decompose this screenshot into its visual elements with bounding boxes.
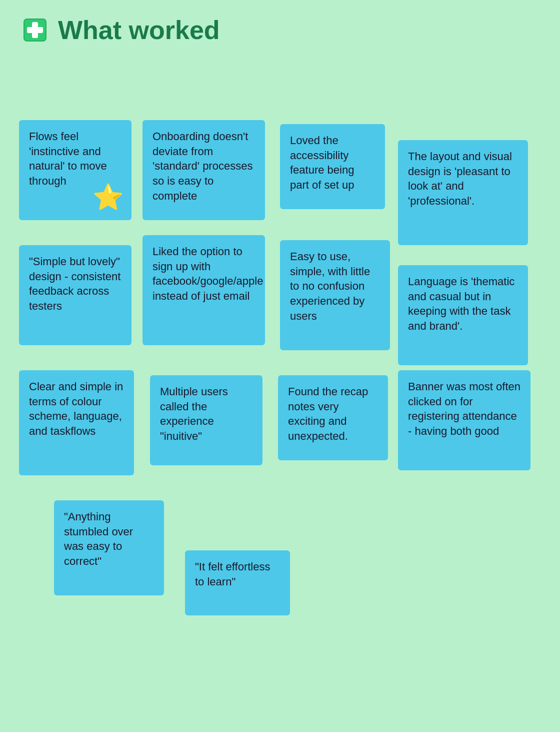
card-language: Language is 'thematic and casual but in … (398, 265, 528, 365)
plus-icon (20, 15, 50, 45)
card-layout-text: The layout and visual design is 'pleasan… (408, 150, 512, 207)
card-stumbled: "Anything stumbled over was easy to corr… (54, 500, 164, 595)
card-layout: The layout and visual design is 'pleasan… (398, 140, 528, 245)
card-simple-design: "Simple but lovely" design - consistent … (19, 245, 132, 345)
card-recap: Found the recap notes very exciting and … (278, 375, 388, 460)
card-onboarding: Onboarding doesn't deviate from 'standar… (142, 120, 265, 220)
card-flows-text: Flows feel 'instinctive and natural' to … (29, 130, 107, 187)
card-easy-to-use: Easy to use, simple, with little to no c… (280, 240, 390, 350)
page-header: What worked (0, 0, 560, 50)
card-stumbled-text: "Anything stumbled over was easy to corr… (64, 510, 133, 567)
card-banner: Banner was most often clicked on for reg… (398, 370, 530, 470)
card-flows: Flows feel 'instinctive and natural' to … (19, 120, 132, 220)
card-recap-text: Found the recap notes very exciting and … (288, 385, 368, 442)
card-intuitive: Multiple users called the experience "in… (150, 375, 262, 465)
card-colour: Clear and simple in terms of colour sche… (19, 370, 134, 475)
card-easy-to-use-text: Easy to use, simple, with little to no c… (290, 250, 370, 322)
card-banner-text: Banner was most often clicked on for reg… (408, 380, 520, 437)
card-accessibility-text: Loved the accessibility feature being pa… (290, 134, 354, 191)
page-title: What worked (58, 15, 220, 45)
card-simple-design-text: "Simple but lovely" design - consistent … (29, 255, 120, 312)
card-language-text: Language is 'thematic and casual but in … (408, 275, 514, 332)
card-onboarding-text: Onboarding doesn't deviate from 'standar… (152, 130, 252, 202)
cards-container: Flows feel 'instinctive and natural' to … (0, 50, 560, 720)
card-effortless: "It felt effortless to learn" (185, 550, 290, 615)
card-effortless-text: "It felt effortless to learn" (195, 560, 270, 588)
card-accessibility: Loved the accessibility feature being pa… (280, 124, 385, 209)
star-icon: ⭐ (92, 181, 124, 215)
svg-rect-2 (27, 27, 43, 33)
card-facebook: Liked the option to sign up with faceboo… (142, 235, 265, 345)
card-intuitive-text: Multiple users called the experience "in… (160, 385, 228, 442)
card-colour-text: Clear and simple in terms of colour sche… (29, 380, 123, 437)
card-facebook-text: Liked the option to sign up with faceboo… (152, 245, 263, 302)
